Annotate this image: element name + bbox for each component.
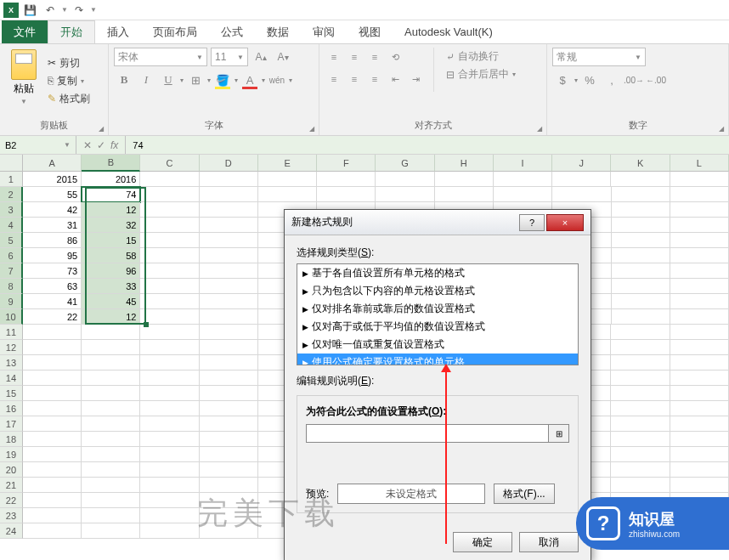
cell[interactable]: 2015 — [23, 172, 82, 187]
fx-icon[interactable]: fx — [110, 139, 118, 151]
cell[interactable] — [612, 233, 670, 248]
cell[interactable] — [200, 462, 258, 478]
cell[interactable] — [670, 248, 729, 263]
cell[interactable] — [23, 478, 82, 493]
fill-handle[interactable] — [144, 322, 149, 327]
cell[interactable] — [140, 187, 199, 202]
row-header[interactable]: 17 — [0, 416, 23, 432]
cell[interactable] — [140, 432, 199, 447]
cell[interactable] — [23, 325, 82, 340]
column-header[interactable]: C — [140, 155, 199, 172]
cell[interactable] — [140, 478, 199, 493]
cell[interactable] — [611, 386, 670, 401]
row-header[interactable]: 20 — [0, 462, 23, 478]
tab-vault[interactable]: Autodesk Vault(K) — [393, 20, 505, 43]
cell[interactable]: 31 — [23, 218, 82, 233]
tab-insert[interactable]: 插入 — [95, 20, 141, 43]
qat-customize[interactable]: ▼ — [90, 6, 97, 14]
cell[interactable] — [611, 340, 670, 355]
cell[interactable]: 22 — [23, 309, 82, 325]
enter-formula-icon[interactable]: ✓ — [97, 139, 105, 151]
cell[interactable] — [200, 447, 258, 462]
cell[interactable] — [82, 386, 140, 401]
paste-button[interactable]: 粘贴 ▼ — [5, 48, 42, 114]
row-header[interactable]: 9 — [0, 294, 23, 309]
cell[interactable]: 95 — [23, 248, 82, 263]
cell[interactable] — [670, 202, 729, 218]
comma-button[interactable]: , — [602, 70, 622, 90]
column-header[interactable]: F — [317, 155, 376, 172]
cell[interactable] — [23, 355, 82, 371]
formula-input[interactable]: 74 — [126, 136, 729, 154]
number-format-select[interactable]: 常规▼ — [552, 48, 646, 66]
cell[interactable] — [82, 508, 140, 523]
cell[interactable] — [140, 371, 199, 386]
cell[interactable] — [23, 371, 82, 386]
cell[interactable]: 42 — [23, 202, 82, 218]
cancel-button[interactable]: 取消 — [519, 532, 579, 552]
cell[interactable] — [200, 263, 258, 279]
cell[interactable] — [140, 401, 199, 416]
cell[interactable] — [23, 401, 82, 416]
cell[interactable] — [200, 432, 258, 447]
cell[interactable] — [200, 294, 258, 309]
cell[interactable] — [200, 279, 258, 294]
cell[interactable] — [200, 187, 258, 202]
cell[interactable]: 58 — [82, 248, 140, 263]
cell[interactable] — [140, 462, 199, 478]
cell[interactable] — [23, 386, 82, 401]
rule-type-item[interactable]: ▶使用公式确定要设置格式的单元格 — [297, 354, 578, 365]
dialog-help-button[interactable]: ? — [519, 214, 545, 231]
cell[interactable] — [611, 447, 670, 462]
cell[interactable] — [200, 309, 258, 325]
decrease-decimal-button[interactable]: ←.00 — [646, 70, 666, 90]
cell[interactable] — [82, 371, 140, 386]
cell[interactable] — [23, 447, 82, 462]
underline-button[interactable]: U — [158, 70, 178, 90]
font-dialog-launcher[interactable]: ◢ — [307, 123, 317, 133]
cell[interactable] — [23, 508, 82, 523]
cell[interactable] — [82, 447, 140, 462]
cell[interactable]: 12 — [82, 309, 140, 325]
row-header[interactable]: 14 — [0, 371, 23, 386]
border-button[interactable]: ⊞ — [185, 70, 206, 90]
cell[interactable] — [670, 371, 729, 386]
cell[interactable] — [611, 371, 670, 386]
cell[interactable] — [140, 325, 199, 340]
cell[interactable] — [200, 340, 258, 355]
cell[interactable] — [82, 462, 140, 478]
name-box[interactable]: B2▼ — [0, 136, 76, 154]
format-painter-button[interactable]: ✎格式刷 — [48, 92, 90, 106]
cell[interactable] — [200, 172, 258, 187]
cell[interactable]: 73 — [23, 263, 82, 279]
cell[interactable] — [82, 340, 140, 355]
cell[interactable] — [670, 279, 729, 294]
cell[interactable] — [611, 401, 670, 416]
tab-file[interactable]: 文件 — [2, 20, 48, 43]
column-header[interactable]: J — [552, 155, 611, 172]
cell[interactable] — [200, 248, 258, 263]
cell[interactable] — [670, 432, 729, 447]
cancel-formula-icon[interactable]: ✕ — [83, 139, 92, 151]
cell[interactable] — [612, 218, 670, 233]
cell[interactable] — [670, 294, 729, 309]
cell[interactable] — [140, 218, 199, 233]
cell[interactable] — [611, 355, 670, 371]
cell[interactable]: 45 — [82, 294, 140, 309]
row-header[interactable]: 7 — [0, 263, 23, 279]
undo-button[interactable]: ↶ — [41, 2, 59, 19]
cell[interactable] — [670, 447, 729, 462]
cell[interactable]: 33 — [82, 279, 140, 294]
cell[interactable] — [611, 325, 670, 340]
cell[interactable] — [200, 493, 258, 508]
cell[interactable] — [552, 172, 611, 187]
orientation-button[interactable]: ⟲ — [386, 48, 404, 66]
row-header[interactable]: 1 — [0, 172, 23, 187]
increase-decimal-button[interactable]: .00→ — [624, 70, 644, 90]
cell[interactable] — [670, 355, 729, 371]
cell[interactable] — [494, 187, 552, 202]
undo-dropdown[interactable]: ▼ — [61, 6, 68, 14]
align-left-button[interactable]: ≡ — [325, 70, 343, 88]
cell[interactable] — [670, 218, 729, 233]
cell[interactable] — [317, 172, 376, 187]
